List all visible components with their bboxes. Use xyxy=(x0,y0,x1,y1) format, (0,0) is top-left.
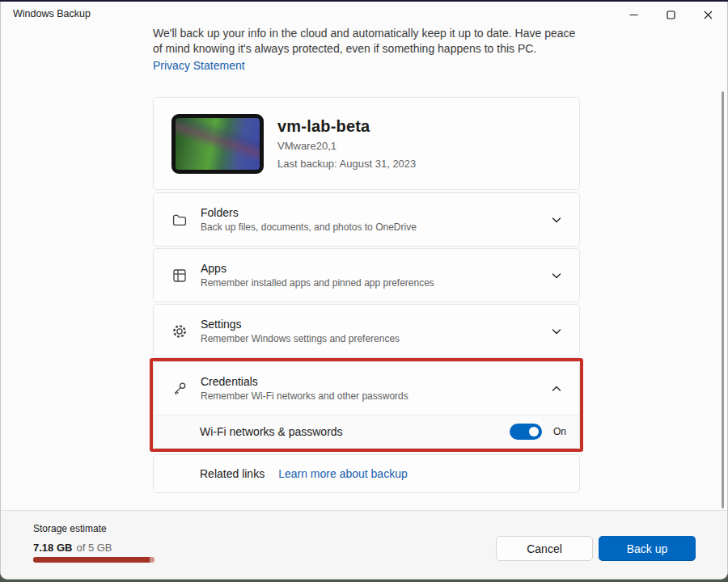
chevron-up-icon xyxy=(552,384,561,394)
minimize-icon xyxy=(629,11,638,19)
device-card: vm-lab-beta VMware20,1 Last backup: Augu… xyxy=(153,97,580,190)
title-bar: Windows Backup xyxy=(1,2,727,29)
close-icon xyxy=(704,11,713,19)
storage-estimate-label: Storage estimate xyxy=(33,523,107,534)
storage-used-value: 7.18 GB xyxy=(33,542,72,554)
device-name: vm-lab-beta xyxy=(277,117,416,136)
chevron-down-icon xyxy=(552,215,561,225)
folder-icon xyxy=(171,212,189,228)
folders-expander[interactable]: Folders Back up files, documents, and ph… xyxy=(153,192,580,247)
apps-text: Apps Remember installed apps and pinned … xyxy=(201,262,552,289)
maximize-icon xyxy=(667,11,675,19)
window-title: Windows Backup xyxy=(13,8,91,19)
key-icon xyxy=(171,381,189,397)
minimize-button[interactable] xyxy=(615,2,652,27)
gear-icon xyxy=(171,323,189,340)
wifi-toggle-switch[interactable] xyxy=(510,424,542,440)
apps-icon xyxy=(171,268,189,284)
privacy-statement-link[interactable]: Privacy Statement xyxy=(153,59,245,72)
apps-title: Apps xyxy=(201,262,552,275)
storage-usage: 7.18 GBof 5 GB xyxy=(33,542,112,554)
cancel-button[interactable]: Cancel xyxy=(496,536,593,561)
back-up-button[interactable]: Back up xyxy=(599,536,696,561)
settings-text: Settings Remember Windows settings and p… xyxy=(201,318,552,344)
windows-backup-window: Windows Backup We'll back up your info i… xyxy=(0,2,728,580)
settings-expander[interactable]: Settings Remember Windows settings and p… xyxy=(153,304,580,358)
device-last-backup: Last backup: August 31, 2023 xyxy=(277,158,416,170)
folders-text: Folders Back up files, documents, and ph… xyxy=(201,206,552,233)
chevron-down-icon xyxy=(552,271,561,280)
wifi-toggle-label: Wi-Fi networks & passwords xyxy=(200,425,510,438)
settings-title: Settings xyxy=(201,318,552,331)
credentials-title: Credentials xyxy=(201,375,552,388)
maximize-button[interactable] xyxy=(652,2,689,27)
storage-progress-bar xyxy=(33,557,154,563)
device-wallpaper-thumbnail xyxy=(171,114,264,174)
intro-text: We'll back up your info in the cloud and… xyxy=(153,26,580,57)
device-model: VMware20,1 xyxy=(277,140,416,152)
folders-subtitle: Back up files, documents, and photos to … xyxy=(201,221,552,233)
credentials-group: Credentials Remember Wi-Fi networks and … xyxy=(153,361,580,449)
storage-total-value: of 5 GB xyxy=(76,542,112,554)
credentials-expander[interactable]: Credentials Remember Wi-Fi networks and … xyxy=(153,361,580,415)
footer-bar: Storage estimate 7.18 GBof 5 GB Cancel B… xyxy=(1,510,727,579)
storage-progress-fill xyxy=(33,557,150,563)
learn-more-link[interactable]: Learn more about backup xyxy=(278,467,408,480)
main-content: We'll back up your info in the cloud and… xyxy=(153,26,580,493)
device-info: vm-lab-beta VMware20,1 Last backup: Augu… xyxy=(277,117,416,170)
settings-subtitle: Remember Windows settings and preference… xyxy=(201,333,552,344)
related-links-label: Related links xyxy=(200,467,265,480)
apps-subtitle: Remember installed apps and pinned app p… xyxy=(201,277,552,289)
wifi-passwords-row: Wi-Fi networks & passwords On xyxy=(153,415,580,449)
close-button[interactable] xyxy=(689,2,726,27)
wifi-toggle-state: On xyxy=(553,426,566,437)
apps-expander[interactable]: Apps Remember installed apps and pinned … xyxy=(153,248,580,302)
chevron-down-icon xyxy=(552,327,561,336)
credentials-text: Credentials Remember Wi-Fi networks and … xyxy=(201,375,552,402)
toggle-knob xyxy=(529,427,539,436)
credentials-subtitle: Remember Wi-Fi networks and other passwo… xyxy=(201,390,552,402)
folders-title: Folders xyxy=(201,206,552,219)
related-links-card: Related links Learn more about backup xyxy=(153,454,580,493)
vertical-scrollbar[interactable] xyxy=(722,91,724,508)
caption-buttons xyxy=(615,2,726,27)
